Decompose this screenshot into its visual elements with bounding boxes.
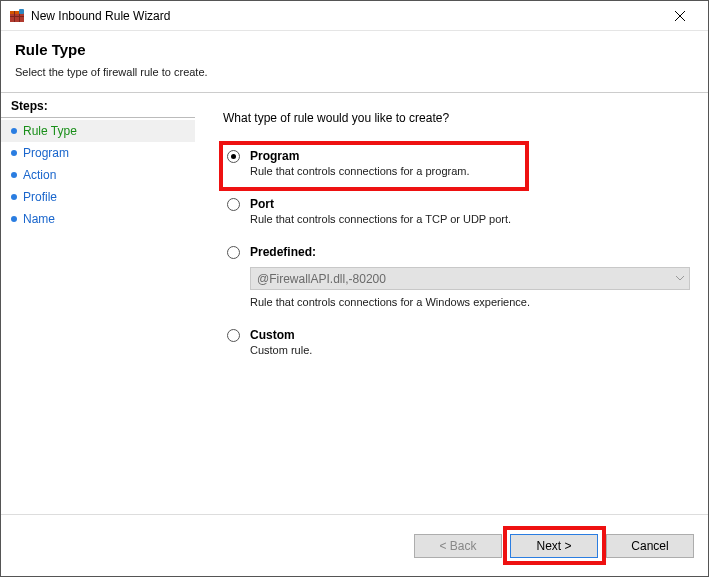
radio-predefined[interactable] <box>227 246 240 259</box>
wizard-body: Steps: Rule Type Program Action Profile … <box>1 93 708 514</box>
wizard-footer: < Back Next > Cancel <box>1 514 708 576</box>
step-label: Name <box>23 212 55 226</box>
predefined-combo: @FirewallAPI.dll,-80200 <box>250 267 690 290</box>
step-name[interactable]: Name <box>1 208 195 230</box>
option-label: Program <box>250 149 470 163</box>
question-text: What type of rule would you like to crea… <box>223 111 690 125</box>
steps-heading: Steps: <box>1 99 195 118</box>
step-label: Program <box>23 146 69 160</box>
next-button[interactable]: Next > <box>510 534 598 558</box>
radio-custom[interactable] <box>227 329 240 342</box>
step-label: Rule Type <box>23 124 77 138</box>
option-desc: Rule that controls connections for a TCP… <box>250 213 511 225</box>
page-title: Rule Type <box>15 41 694 58</box>
step-action[interactable]: Action <box>1 164 195 186</box>
step-program[interactable]: Program <box>1 142 195 164</box>
combo-value: @FirewallAPI.dll,-80200 <box>257 272 386 286</box>
option-custom: Custom Custom rule. <box>227 328 690 356</box>
option-port: Port Rule that controls connections for … <box>227 197 690 225</box>
titlebar: New Inbound Rule Wizard <box>1 1 708 31</box>
close-icon <box>675 11 685 21</box>
content-pane: What type of rule would you like to crea… <box>195 93 708 514</box>
page-subtitle: Select the type of firewall rule to crea… <box>15 66 694 78</box>
chevron-down-icon <box>675 272 685 286</box>
option-desc: Rule that controls connections for a Win… <box>250 296 690 308</box>
step-bullet-icon <box>11 128 17 134</box>
wizard-header: Rule Type Select the type of firewall ru… <box>1 31 708 92</box>
option-desc: Rule that controls connections for a pro… <box>250 165 470 177</box>
firewall-icon <box>9 8 25 24</box>
radio-port[interactable] <box>227 198 240 211</box>
wizard-window: New Inbound Rule Wizard Rule Type Select… <box>0 0 709 577</box>
svg-rect-3 <box>14 11 15 22</box>
step-profile[interactable]: Profile <box>1 186 195 208</box>
close-button[interactable] <box>660 2 700 30</box>
step-bullet-icon <box>11 194 17 200</box>
svg-rect-2 <box>10 16 24 17</box>
steps-sidebar: Steps: Rule Type Program Action Profile … <box>1 93 195 514</box>
radio-program[interactable] <box>227 150 240 163</box>
cancel-button[interactable]: Cancel <box>606 534 694 558</box>
option-label: Custom <box>250 328 312 342</box>
window-title: New Inbound Rule Wizard <box>31 9 660 23</box>
option-label: Port <box>250 197 511 211</box>
step-bullet-icon <box>11 172 17 178</box>
option-label: Predefined: <box>250 245 690 259</box>
step-label: Action <box>23 168 56 182</box>
option-desc: Custom rule. <box>250 344 312 356</box>
step-bullet-icon <box>11 150 17 156</box>
rule-type-options: Program Rule that controls connections f… <box>223 149 690 356</box>
step-label: Profile <box>23 190 57 204</box>
option-program: Program Rule that controls connections f… <box>227 149 690 177</box>
option-predefined: Predefined: @FirewallAPI.dll,-80200 Rule… <box>227 245 690 308</box>
step-bullet-icon <box>11 216 17 222</box>
back-button: < Back <box>414 534 502 558</box>
step-rule-type[interactable]: Rule Type <box>1 120 195 142</box>
svg-rect-5 <box>19 9 24 14</box>
